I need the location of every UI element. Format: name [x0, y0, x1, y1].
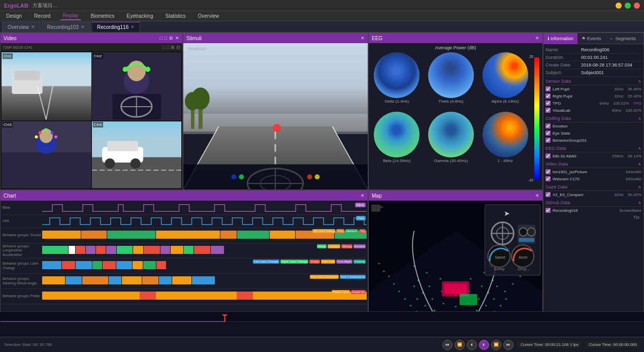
stimuli-data-collapse[interactable]: ∧ — [638, 200, 641, 205]
menu-design[interactable]: Design — [4, 12, 24, 20]
svg-rect-127 — [519, 238, 534, 242]
video-ctrl-2[interactable]: □ — [165, 36, 167, 41]
menu-record[interactable]: Record — [32, 12, 52, 20]
seg-accel-9 — [160, 246, 170, 254]
video-panel-controls: □ □ ⊞ ✕ — [159, 36, 179, 41]
transport-fast-forward[interactable]: ⏩ — [491, 340, 501, 350]
timeline-bar[interactable]: 00:00:00.000 00:00:05 00:00:10 00:00:15 … — [0, 312, 644, 322]
tab-recording116[interactable]: Recording116 ✕ — [91, 22, 140, 32]
eeg-circle-gamma: Gamma (30-40Hz) — [425, 112, 477, 169]
minimize-button[interactable] — [616, 3, 622, 9]
sensor-right-pupil-check[interactable] — [545, 93, 551, 99]
svg-point-29 — [130, 158, 140, 168]
sound-tag-4: Sig — [359, 229, 366, 233]
sensor-visuallab-check[interactable] — [545, 108, 551, 113]
coding-data-collapse[interactable]: ∧ — [638, 116, 641, 121]
coding-emotion-check[interactable] — [545, 123, 551, 129]
sensor-tpg-meta: 64Hz100.02%TPG — [599, 101, 641, 106]
map-ctrl-close[interactable]: ✕ — [535, 193, 539, 198]
gaze-data-section[interactable]: Gaze Data ∧ — [545, 182, 641, 191]
menu-replay[interactable]: Replay — [60, 12, 80, 20]
svg-rect-114 — [444, 284, 467, 294]
stimuli-ctrl-close[interactable]: ✕ — [361, 36, 365, 41]
seg-steer-1 — [42, 276, 65, 284]
tab-recording103[interactable]: Recording103 ✕ — [42, 22, 90, 32]
chart-ctrl-close[interactable]: ✕ — [361, 193, 365, 198]
seg-steer-8 — [172, 276, 191, 284]
video-icon-1[interactable]: □ — [162, 45, 165, 50]
stimuli-data-meta: ScreenBase — [619, 208, 641, 213]
sensor-data-section[interactable]: Sensor Data ∧ — [545, 77, 641, 85]
sensor-left-pupil-check[interactable] — [545, 86, 551, 91]
video-icon-grid[interactable]: ⊞ — [171, 45, 175, 50]
tab-events[interactable]: ⚑ Events — [577, 33, 605, 44]
eeg-circle-alpha: Alpha (8-14Hz) — [479, 52, 531, 110]
video-icon-expand[interactable]: ⊟ — [176, 45, 180, 50]
close-button[interactable] — [634, 3, 640, 9]
menu-biometrics[interactable]: Biometrics — [89, 12, 117, 20]
svg-point-82 — [413, 285, 415, 287]
menu-overview[interactable]: Overview — [196, 12, 221, 20]
info-name-row: Name: Recording006 — [545, 46, 641, 54]
menu-statistics[interactable]: Statistics — [163, 12, 187, 20]
transport-play-back[interactable]: ⏴ — [467, 340, 477, 350]
menu-eyetracking[interactable]: Eyetracking — [124, 12, 155, 20]
sensor-tpg-check[interactable] — [545, 101, 551, 106]
video-data-name1: hm1001_jszPicture — [553, 170, 587, 174]
accel-tag-1: Weak — [317, 244, 327, 248]
eeg-ctrl-close[interactable]: ✕ — [535, 36, 539, 41]
tab-overview[interactable]: Overview ✕ — [2, 22, 41, 32]
coding-behavior-check[interactable] — [545, 138, 551, 143]
stimuli-data-row: Recording016 ScreenBase — [545, 207, 641, 214]
tab-close-overview[interactable]: ✕ — [31, 24, 35, 29]
chart-row-steering: Behavior groups: Steering Wheel Angle — [2, 274, 367, 289]
info-name-value: Recording006 — [581, 47, 641, 52]
svg-point-105 — [440, 278, 441, 279]
eeg-data-check[interactable] — [545, 153, 551, 158]
seg-lane-8 — [143, 261, 156, 269]
chart-content-blink: Blink — [42, 202, 367, 214]
eeg-map-beta — [374, 112, 420, 157]
video-data-check2[interactable] — [545, 176, 551, 181]
tab-segments[interactable]: ↔ Segments — [605, 33, 640, 44]
transport-play[interactable]: ⏵ — [479, 340, 489, 350]
eeg-data-section[interactable]: EEG Data ∧ — [545, 144, 641, 152]
transport-rewind[interactable]: ⏪ — [455, 340, 465, 350]
svg-point-21 — [51, 131, 54, 134]
transport-skip-forward[interactable]: ⏭ — [503, 340, 513, 350]
tab-close-recording103[interactable]: ✕ — [81, 24, 85, 29]
svg-point-102 — [481, 285, 482, 287]
chart-label-steering: Behavior groups: Steering Wheel Angle — [2, 277, 42, 285]
video-data-section[interactable]: Video Data ∧ — [545, 159, 641, 168]
video-icon-2[interactable]: □ — [167, 45, 169, 50]
video-ctrl-1[interactable]: □ — [159, 36, 162, 41]
video-data-check1[interactable] — [545, 169, 551, 174]
coding-data-section[interactable]: Coding Data ∧ — [545, 114, 641, 122]
sensor-data-collapse[interactable]: ∧ — [638, 79, 641, 84]
gaze-data-collapse[interactable]: ∧ — [638, 184, 641, 189]
status-left: Selection Start: 00: 30.760 — [4, 342, 52, 347]
stimuli-content: Headcam — [183, 43, 368, 189]
svg-point-28 — [105, 158, 115, 168]
eeg-map-delta — [374, 52, 420, 98]
tab-information[interactable]: ℹ Information — [543, 33, 577, 44]
video-cell-front: CH1 — [2, 52, 91, 120]
maximize-button[interactable] — [625, 3, 631, 9]
eeg-data-collapse[interactable]: ∧ — [638, 146, 641, 151]
stimuli-data-check[interactable] — [545, 208, 551, 213]
info-date-row: Create Date: 2018-08-28 17:36:57.034 — [545, 61, 641, 69]
svg-point-126 — [527, 228, 535, 236]
coding-eye-state-check[interactable] — [545, 131, 551, 136]
eeg-data-title: EEG Data — [545, 146, 566, 151]
eeg-circle-high: 1 - 49Hz — [479, 112, 531, 169]
video-ctrl-grid[interactable]: ⊞ — [169, 36, 173, 41]
transport-skip-back[interactable]: ⏮ — [442, 340, 453, 350]
seg-sound-7 — [270, 231, 295, 239]
tab-close-recording116[interactable]: ✕ — [131, 24, 135, 29]
gaze-data-check[interactable] — [545, 192, 551, 197]
stimuli-data-section[interactable]: Stimuli Data ∧ — [545, 198, 641, 207]
video-ctrl-close[interactable]: ✕ — [175, 36, 179, 41]
svg-point-22 — [35, 135, 38, 138]
video-data-collapse[interactable]: ∧ — [638, 162, 641, 167]
menu-bar: Design Record Replay Biometrics Eyetrack… — [0, 11, 644, 21]
